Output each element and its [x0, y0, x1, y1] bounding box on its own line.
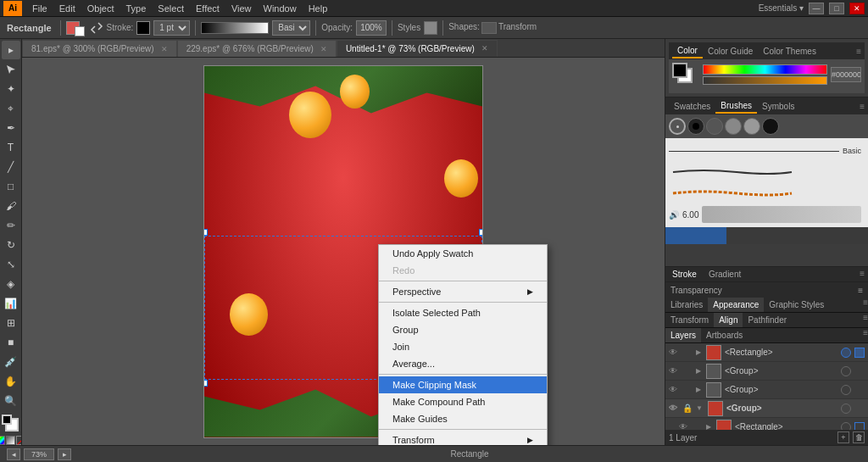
- opacity-input[interactable]: [356, 20, 387, 36]
- menu-view[interactable]: View: [226, 2, 257, 15]
- brush-2[interactable]: [669, 184, 865, 203]
- layer-target-4[interactable]: [841, 422, 851, 431]
- gradient-tool[interactable]: ■: [2, 333, 20, 352]
- minimize-btn[interactable]: —: [809, 3, 824, 14]
- direct-selection-tool[interactable]: [2, 60, 20, 79]
- layer-target-0[interactable]: [841, 348, 851, 358]
- tab-align[interactable]: Align: [714, 313, 743, 327]
- hex-input[interactable]: [831, 67, 861, 82]
- paintbrush-tool[interactable]: 🖌: [2, 197, 20, 215]
- stroke-color-swatch[interactable]: [136, 21, 150, 35]
- tab-close-2[interactable]: ✕: [481, 44, 488, 53]
- maximize-btn[interactable]: □: [829, 3, 844, 14]
- ctx-average[interactable]: Average...: [379, 355, 547, 372]
- blend-tool[interactable]: ◈: [2, 275, 20, 293]
- fg-color-chip[interactable]: [672, 63, 687, 78]
- none-mode-btn[interactable]: [16, 436, 22, 445]
- canvas[interactable]: Undo Apply Swatch Redo Perspective ▶ Iso…: [22, 58, 665, 445]
- selection-handle-tl[interactable]: [203, 229, 208, 236]
- mesh-tool[interactable]: ⊞: [2, 314, 20, 332]
- layer-row-2[interactable]: 👁 ▶ <Group>: [665, 381, 868, 399]
- brush-dot-1[interactable]: [687, 118, 704, 135]
- align-tabs-collapse[interactable]: ≡: [863, 313, 868, 327]
- tab-gradient[interactable]: Gradient: [705, 269, 744, 280]
- tab-transform[interactable]: Transform: [665, 313, 714, 327]
- menu-select[interactable]: Select: [153, 2, 189, 15]
- selection-handle-bl[interactable]: [203, 380, 208, 387]
- tab-swatches[interactable]: Swatches: [669, 100, 715, 113]
- menu-file[interactable]: File: [27, 2, 53, 15]
- tab-appearance[interactable]: Appearance: [708, 298, 764, 312]
- layer-row-4[interactable]: 👁 ▶ <Rectangle>: [665, 418, 868, 430]
- tab-1[interactable]: 229.eps* @ 676% (RGB/Preview) ✕: [177, 40, 337, 57]
- tab-color[interactable]: Color: [672, 44, 703, 58]
- styles-swatch[interactable]: [424, 21, 437, 35]
- fill-control[interactable]: [66, 21, 103, 35]
- brush-dot-2[interactable]: [706, 118, 723, 135]
- magic-wand-tool[interactable]: ✦: [2, 80, 20, 98]
- column-graph-tool[interactable]: 📊: [2, 294, 20, 313]
- eyedropper-tool[interactable]: 💉: [2, 353, 20, 371]
- brush-dot-0[interactable]: [669, 118, 686, 135]
- rotate-tool[interactable]: ↻: [2, 236, 20, 254]
- brushes-panel-collapse[interactable]: ≡: [860, 102, 865, 111]
- color-mode-btn[interactable]: [0, 436, 5, 445]
- selection-handle-tr[interactable]: [479, 229, 483, 236]
- layer-select-0[interactable]: [854, 348, 865, 358]
- brush-basic[interactable]: Basic: [669, 142, 865, 160]
- lasso-tool[interactable]: ⌖: [2, 99, 20, 118]
- layer-target-3[interactable]: [841, 404, 851, 414]
- appearance-tabs-collapse[interactable]: ≡: [863, 298, 868, 312]
- menu-object[interactable]: Object: [82, 2, 120, 15]
- ctx-undo-apply-swatch[interactable]: Undo Apply Swatch: [379, 245, 547, 262]
- ctx-make-guides[interactable]: Make Guides: [379, 410, 547, 427]
- layer-select-4[interactable]: [854, 422, 865, 431]
- tab-brushes[interactable]: Brushes: [715, 99, 757, 114]
- layer-row-0[interactable]: 👁 ▶ <Rectangle>: [665, 343, 868, 362]
- layer-target-1[interactable]: [841, 366, 851, 376]
- stroke-swatch-small[interactable]: [75, 26, 85, 36]
- tab-stroke[interactable]: Stroke: [669, 269, 700, 280]
- brush-dot-3[interactable]: [725, 118, 742, 135]
- ctx-isolate-path[interactable]: Isolate Selected Path: [379, 304, 547, 321]
- zoom-input[interactable]: [24, 448, 54, 460]
- line-tool[interactable]: ╱: [2, 158, 20, 176]
- tab-layers[interactable]: Layers: [665, 328, 701, 342]
- stroke-weight-select[interactable]: 1 pt: [153, 20, 190, 36]
- pencil-tool[interactable]: ✏: [2, 216, 20, 235]
- close-btn[interactable]: ✕: [849, 3, 865, 14]
- ctx-perspective[interactable]: Perspective ▶: [379, 283, 547, 300]
- rect-tool[interactable]: □: [2, 177, 20, 196]
- shape-btn[interactable]: [481, 22, 497, 34]
- brush-size-slider[interactable]: [702, 206, 861, 223]
- pen-tool[interactable]: ✒: [2, 119, 20, 137]
- tab-libraries[interactable]: Libraries: [665, 298, 708, 312]
- ctx-transform[interactable]: Transform ▶: [379, 431, 547, 445]
- tab-pathfinder[interactable]: Pathfinder: [743, 313, 792, 327]
- layer-row-3[interactable]: 👁 🔒 ▼ <Group>: [665, 399, 868, 418]
- brush-dot-5[interactable]: [762, 118, 779, 135]
- menu-help[interactable]: Help: [303, 2, 333, 15]
- tab-0[interactable]: 81.eps* @ 300% (RGB/Preview) ✕: [22, 40, 177, 57]
- ctx-make-compound-path[interactable]: Make Compound Path: [379, 393, 547, 410]
- brush-dot-4[interactable]: [743, 118, 760, 135]
- hue-slider[interactable]: [703, 64, 827, 75]
- tab-close-0[interactable]: ✕: [161, 45, 168, 53]
- visibility-icon-1[interactable]: 👁: [669, 366, 679, 376]
- visibility-icon-3[interactable]: 👁: [669, 404, 679, 413]
- layer-row-1[interactable]: 👁 ▶ <Group>: [665, 362, 868, 381]
- color-panel-collapse[interactable]: ≡: [856, 47, 861, 56]
- gradient-mode-btn[interactable]: [6, 436, 15, 445]
- tab-close-1[interactable]: ✕: [320, 45, 327, 53]
- color-spectrum-strip[interactable]: [703, 76, 827, 85]
- tab-graphic-styles[interactable]: Graphic Styles: [764, 298, 829, 312]
- stroke-color-swatch-tool[interactable]: [2, 415, 12, 425]
- zoom-tool[interactable]: 🔍: [2, 392, 20, 410]
- hand-tool[interactable]: ✋: [2, 372, 20, 391]
- menu-type[interactable]: Type: [121, 2, 152, 15]
- text-tool[interactable]: T: [2, 138, 20, 157]
- tab-2[interactable]: Untitled-1* @ 73% (RGB/Preview) ✕: [337, 40, 498, 57]
- layer-target-2[interactable]: [841, 385, 851, 395]
- visibility-icon-2[interactable]: 👁: [669, 385, 679, 394]
- menu-effect[interactable]: Effect: [191, 2, 225, 15]
